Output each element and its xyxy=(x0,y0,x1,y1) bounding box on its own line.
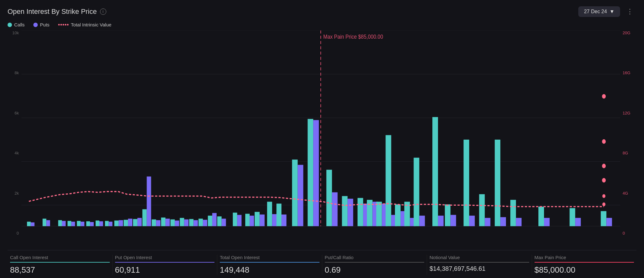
legend-intrinsic: Total Intrinsic Value xyxy=(58,22,111,27)
svg-rect-43 xyxy=(212,213,217,226)
main-container: Open Interest By Strike Price i 27 Dec 2… xyxy=(0,0,644,278)
svg-rect-40 xyxy=(198,219,203,226)
svg-rect-80 xyxy=(432,117,438,226)
legend: Calls Puts Total Intrinsic Value xyxy=(8,22,636,27)
svg-rect-59 xyxy=(313,120,319,226)
header-right: 27 Dec 24 ▼ ⋮ xyxy=(578,6,636,17)
svg-point-102 xyxy=(602,194,605,198)
chart-area: 10k 8k 6k 4k 2k 0 xyxy=(8,31,636,249)
svg-rect-37 xyxy=(184,220,189,226)
svg-point-100 xyxy=(602,164,606,168)
more-options-button[interactable]: ⋮ xyxy=(624,6,636,17)
svg-rect-7 xyxy=(31,222,35,226)
intrinsic-legend-label: Total Intrinsic Value xyxy=(71,22,111,27)
svg-rect-28 xyxy=(142,209,147,226)
svg-rect-21 xyxy=(109,222,113,226)
svg-rect-22 xyxy=(114,220,119,226)
svg-point-99 xyxy=(602,139,606,144)
svg-rect-57 xyxy=(298,165,303,226)
svg-rect-55 xyxy=(281,214,286,226)
calls-legend-icon xyxy=(8,23,12,27)
svg-rect-19 xyxy=(99,221,103,226)
stat-put-oi-underline xyxy=(115,262,215,263)
stat-notional-value: $14,387,697,546.61 xyxy=(430,265,529,272)
date-selector-button[interactable]: 27 Dec 24 ▼ xyxy=(578,6,620,17)
svg-rect-78 xyxy=(414,158,419,226)
svg-rect-72 xyxy=(386,135,391,226)
stat-maxpain-label: Max Pain Price xyxy=(535,255,634,260)
calls-legend-label: Calls xyxy=(14,22,25,27)
stat-notional-value: Notional Value $14,387,697,546.61 xyxy=(427,255,532,275)
header-left: Open Interest By Strike Price i xyxy=(8,8,106,16)
stat-maxpain-underline xyxy=(535,262,634,263)
svg-rect-79 xyxy=(419,216,425,226)
svg-rect-36 xyxy=(180,218,184,226)
svg-rect-26 xyxy=(133,219,137,226)
svg-rect-97 xyxy=(606,218,612,226)
header: Open Interest By Strike Price i 27 Dec 2… xyxy=(8,6,636,17)
stat-notional-label: Notional Value xyxy=(430,255,529,260)
svg-rect-30 xyxy=(152,220,156,226)
puts-legend-icon xyxy=(33,23,38,27)
svg-rect-42 xyxy=(208,216,212,226)
svg-rect-66 xyxy=(358,198,363,226)
svg-rect-39 xyxy=(193,220,198,226)
stat-notional-underline xyxy=(430,262,529,263)
y-axis-left: 10k 8k 6k 4k 2k 0 xyxy=(8,31,21,249)
svg-rect-23 xyxy=(119,220,123,226)
svg-rect-27 xyxy=(137,218,142,226)
stat-pcr-underline xyxy=(325,262,425,263)
legend-puts: Puts xyxy=(33,22,49,27)
svg-rect-96 xyxy=(601,211,607,226)
stat-total-oi-underline xyxy=(220,262,319,263)
svg-rect-53 xyxy=(272,214,277,226)
svg-rect-82 xyxy=(445,204,451,226)
svg-rect-63 xyxy=(332,192,338,226)
svg-rect-54 xyxy=(276,203,281,226)
svg-rect-14 xyxy=(77,221,81,226)
svg-rect-95 xyxy=(575,218,581,226)
svg-rect-64 xyxy=(342,196,347,226)
svg-rect-10 xyxy=(58,220,62,226)
svg-rect-16 xyxy=(86,221,90,226)
svg-rect-62 xyxy=(326,170,332,226)
svg-point-103 xyxy=(602,203,605,206)
stat-total-oi-label: Total Open Interest xyxy=(220,255,319,260)
svg-rect-45 xyxy=(222,219,226,226)
svg-rect-94 xyxy=(569,208,575,226)
puts-legend-label: Puts xyxy=(40,22,49,27)
svg-rect-44 xyxy=(217,216,222,226)
legend-calls: Calls xyxy=(8,22,25,27)
svg-rect-9 xyxy=(46,220,50,226)
stat-total-open-interest: Total Open Interest 149,448 xyxy=(217,255,322,275)
svg-rect-85 xyxy=(469,216,475,226)
chart-svg: Max Pain Price $85,000.00 xyxy=(21,31,620,249)
stat-max-pain: Max Pain Price $85,000.00 xyxy=(532,255,637,275)
svg-rect-86 xyxy=(479,194,485,226)
svg-rect-18 xyxy=(96,220,99,226)
stats-bar: Call Open Interest 88,537 Put Open Inter… xyxy=(8,250,636,275)
svg-rect-90 xyxy=(510,200,516,226)
stat-maxpain-value: $85,000.00 xyxy=(535,265,634,275)
svg-rect-84 xyxy=(464,140,469,226)
svg-rect-56 xyxy=(292,159,298,226)
svg-rect-12 xyxy=(68,221,71,226)
svg-rect-51 xyxy=(260,214,265,226)
info-icon[interactable]: i xyxy=(100,8,106,15)
chevron-down-icon: ▼ xyxy=(609,9,614,14)
svg-rect-38 xyxy=(189,219,194,226)
svg-rect-93 xyxy=(544,218,550,226)
svg-rect-88 xyxy=(495,140,500,226)
svg-point-98 xyxy=(602,94,606,98)
svg-rect-91 xyxy=(516,218,522,226)
svg-rect-15 xyxy=(80,222,84,226)
svg-rect-58 xyxy=(308,119,313,226)
svg-rect-92 xyxy=(538,207,544,226)
stat-pcr-value: 0.69 xyxy=(325,265,425,275)
stat-put-call-ratio: Put/Call Ratio 0.69 xyxy=(322,255,427,275)
svg-rect-29 xyxy=(147,176,151,226)
svg-rect-47 xyxy=(237,215,242,226)
svg-rect-31 xyxy=(156,220,160,226)
stat-call-oi-value: 88,537 xyxy=(10,265,110,275)
stat-call-oi-label: Call Open Interest xyxy=(10,255,110,260)
